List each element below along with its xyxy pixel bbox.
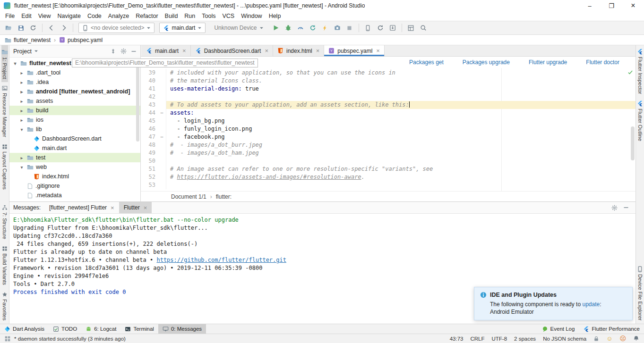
forward-icon[interactable] bbox=[58, 22, 69, 33]
code-line-49[interactable]: 49# - images/a_dot_ham.jpeg bbox=[141, 149, 635, 157]
hide-console-icon[interactable] bbox=[623, 205, 629, 210]
fold-icon[interactable]: − bbox=[158, 109, 166, 117]
status-message[interactable]: * daemon started successfully (3 minutes… bbox=[14, 336, 126, 342]
collapse-arrow-icon[interactable]: ▾ bbox=[19, 165, 25, 170]
fold-icon[interactable]: − bbox=[158, 133, 166, 141]
tool-button-favorites[interactable]: Favorites bbox=[2, 288, 8, 324]
save-all-icon[interactable] bbox=[15, 22, 26, 33]
project-item-main-dart[interactable]: main.dart bbox=[9, 143, 140, 153]
avd-manager-icon[interactable] bbox=[362, 22, 374, 33]
collapse-arrow-icon[interactable]: ▾ bbox=[19, 127, 25, 132]
code-line-45[interactable]: 45 - login_bg.png bbox=[141, 117, 635, 125]
collapse-arrow-icon[interactable]: ▾ bbox=[12, 61, 18, 66]
menu-item-edit[interactable]: Edit bbox=[18, 13, 35, 19]
open-icon[interactable] bbox=[3, 22, 14, 33]
secondary-device-selector[interactable]: Unknown Device bbox=[210, 23, 267, 33]
close-icon[interactable]: × bbox=[111, 204, 114, 211]
project-item-lib[interactable]: ▾lib bbox=[9, 125, 140, 134]
tool-button-todo[interactable]: TODO bbox=[49, 324, 81, 334]
breadcrumb-project[interactable]: flutter_newtest bbox=[14, 37, 51, 43]
menu-item-navigate[interactable]: Navigate bbox=[54, 13, 84, 19]
expand-arrow-icon[interactable]: ▸ bbox=[19, 117, 25, 123]
sdk-manager-icon[interactable] bbox=[387, 22, 398, 33]
tool-button-device-file-explorer[interactable]: Device File Explorer bbox=[637, 263, 643, 324]
profile-button[interactable] bbox=[295, 22, 306, 33]
action-link-packages-upgrade[interactable]: Packages upgrade bbox=[463, 59, 510, 66]
menu-item-window[interactable]: Window bbox=[238, 13, 265, 19]
back-icon[interactable] bbox=[46, 22, 57, 33]
close-button[interactable]: × bbox=[622, 0, 644, 11]
attach-debugger-button[interactable] bbox=[307, 22, 318, 33]
search-everywhere-icon[interactable] bbox=[418, 22, 429, 33]
tool-button-terminal[interactable]: Terminal bbox=[120, 324, 158, 334]
device-selector[interactable]: <no device selected> bbox=[78, 23, 155, 33]
caret-position[interactable]: 43:73 bbox=[450, 336, 464, 342]
sync-icon[interactable] bbox=[27, 22, 39, 33]
menu-item-analyze[interactable]: Analyze bbox=[105, 13, 132, 19]
project-scrollbar[interactable] bbox=[136, 61, 139, 142]
tool-button-flutter-outline[interactable]: Flutter Outline bbox=[637, 97, 643, 144]
menu-item-refactor[interactable]: Refactor bbox=[132, 13, 161, 19]
project-item-index-html[interactable]: index.html bbox=[9, 172, 140, 181]
code-line-39[interactable]: 39# included with your application, so t… bbox=[141, 69, 635, 77]
project-item-build[interactable]: ▸build bbox=[9, 106, 140, 115]
readonly-lock-icon[interactable] bbox=[593, 336, 599, 342]
tool-button-dart-analysis[interactable]: Dart Analysis bbox=[0, 324, 49, 334]
project-item-dart-tool[interactable]: ▸.dart_tool bbox=[9, 68, 140, 77]
tool-button-resource-manager[interactable]: Resource Manager bbox=[1, 82, 8, 141]
layout-inspector-icon[interactable] bbox=[405, 22, 417, 33]
run-config-selector[interactable]: main.dart bbox=[159, 23, 206, 33]
line-separator-indicator[interactable]: CRLF bbox=[470, 336, 484, 342]
tool-button-layout-captures[interactable]: Layout Captures bbox=[1, 141, 8, 193]
gradle-sync-icon[interactable] bbox=[375, 22, 386, 33]
code-line-44[interactable]: 44−assets: bbox=[141, 109, 635, 117]
console-tab-flutter[interactable]: Flutter× bbox=[119, 202, 152, 213]
close-icon[interactable]: × bbox=[265, 47, 268, 54]
tool-button-flutter-inspector[interactable]: Flutter Inspector bbox=[637, 45, 643, 97]
file-encoding-indicator[interactable]: UTF-8 bbox=[492, 336, 507, 342]
tool-button-flutter-performance[interactable]: Flutter Performance bbox=[579, 324, 644, 334]
menu-item-vcs[interactable]: VCS bbox=[219, 13, 238, 19]
menu-item-tools[interactable]: Tools bbox=[198, 13, 219, 19]
yaml-node-crumb[interactable]: flutter: bbox=[216, 193, 232, 200]
notifications-bell-icon[interactable] bbox=[633, 335, 639, 342]
close-icon[interactable]: × bbox=[376, 47, 380, 54]
tool-button-event-log[interactable]: Event Log bbox=[538, 324, 579, 334]
expand-arrow-icon[interactable]: ▸ bbox=[19, 99, 25, 104]
debug-button[interactable] bbox=[283, 22, 294, 33]
project-item-gitignore[interactable]: .gitignore bbox=[9, 181, 140, 191]
feedback-frown-icon[interactable]: ☹ bbox=[619, 335, 626, 342]
indent-indicator[interactable]: 2 spaces bbox=[514, 336, 536, 342]
expand-arrow-icon[interactable]: ▸ bbox=[19, 80, 25, 85]
close-icon[interactable]: × bbox=[182, 47, 186, 54]
feedback-smiley-icon[interactable]: ☺ bbox=[606, 335, 612, 342]
code-line-53[interactable]: 53 bbox=[141, 181, 635, 189]
console-tab-flutter-newtest-flutter[interactable]: [flutter_newtest] Flutter× bbox=[44, 202, 119, 213]
menu-item-help[interactable]: Help bbox=[266, 13, 284, 19]
settings-gear-icon[interactable] bbox=[120, 48, 127, 54]
code-line-41[interactable]: 41uses-material-design: true bbox=[141, 85, 635, 93]
tool-button-6-logcat[interactable]: 6: Logcat bbox=[81, 324, 120, 334]
close-icon[interactable]: × bbox=[316, 47, 320, 54]
project-item-idea[interactable]: ▸.idea bbox=[9, 77, 140, 87]
update-link[interactable]: update bbox=[582, 301, 600, 308]
expand-arrow-icon[interactable]: ▸ bbox=[19, 108, 25, 113]
code-line-43[interactable]: 43# To add assets to your application, a… bbox=[141, 101, 635, 109]
hide-panel-icon[interactable] bbox=[131, 49, 137, 54]
json-schema-indicator[interactable]: No JSON schema bbox=[543, 336, 586, 342]
code-line-51[interactable]: 51# An image asset can refer to one or m… bbox=[141, 165, 635, 173]
close-icon[interactable]: × bbox=[144, 204, 147, 211]
menu-item-view[interactable]: View bbox=[35, 13, 54, 19]
project-item-metadata[interactable]: .metadata bbox=[9, 191, 140, 200]
update-notification[interactable]: IDE and Plugin Updates The following com… bbox=[474, 287, 633, 320]
tab-main-dart[interactable]: main.dart× bbox=[142, 45, 191, 56]
tool-button-0-messages[interactable]: 0: Messages bbox=[158, 324, 206, 334]
tab-dashboardscreen-dart[interactable]: DashboardScreen.dart× bbox=[191, 45, 273, 56]
menu-item-build[interactable]: Build bbox=[162, 13, 181, 19]
hot-reload-button[interactable] bbox=[319, 22, 331, 33]
tool-button-1-project[interactable]: 1: Project bbox=[1, 45, 8, 82]
code-line-50[interactable]: 50 bbox=[141, 157, 635, 165]
project-item-android-flutter-newtest-android[interactable]: ▸android [flutter_newtest_android] bbox=[9, 87, 140, 96]
action-link-flutter-upgrade[interactable]: Flutter upgrade bbox=[529, 59, 567, 66]
project-item-dashboardscreen-dart[interactable]: DashboardScreen.dart bbox=[9, 134, 140, 143]
